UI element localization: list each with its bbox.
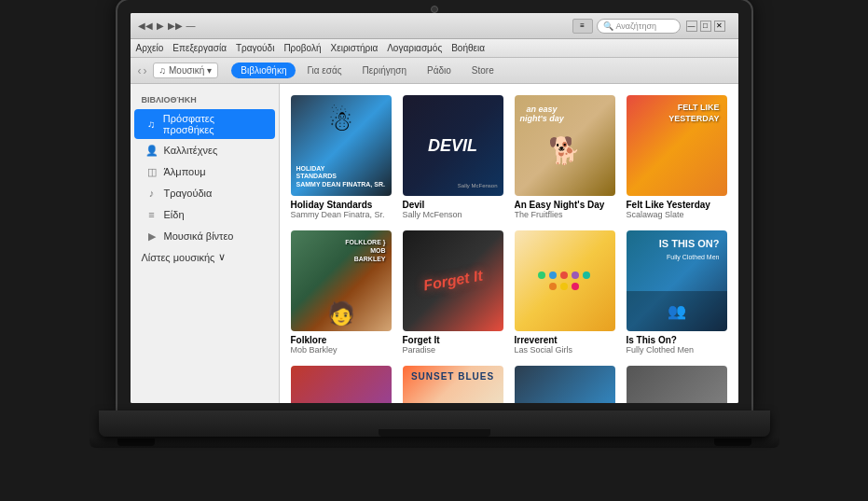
forward-button[interactable]: ▶▶ bbox=[168, 21, 183, 31]
playlists-chevron: ∨ bbox=[218, 251, 226, 263]
album-title-felt: Felt Like Yesterday bbox=[627, 200, 727, 210]
album-artist-forgetit: Paradise bbox=[403, 345, 503, 355]
felt-art: FELT LIKEYESTERDAY bbox=[627, 95, 727, 196]
easynight-art: an easynight's day 🐕 bbox=[515, 95, 615, 196]
laptop-base bbox=[99, 411, 770, 437]
tab-gia-esas[interactable]: Για εσάς bbox=[297, 63, 351, 78]
close-button[interactable]: ✕ bbox=[714, 21, 725, 32]
easynight-art-text: an easynight's day bbox=[520, 104, 564, 123]
sidebar-label-genres: Είδη bbox=[164, 209, 185, 220]
album-item-isthison[interactable]: IS THIS ON?Fully Clothed Men 👥 Is This O… bbox=[627, 230, 727, 355]
search-icon: 🔍 bbox=[603, 21, 613, 31]
album-item-partial3[interactable] bbox=[515, 366, 615, 403]
menu-voitheia[interactable]: Βοήθεια bbox=[451, 43, 485, 53]
devil-art-text: DEVIL bbox=[428, 137, 477, 154]
album-title-isthison: Is This On? bbox=[627, 335, 727, 345]
sidebar-label-artists: Καλλιτέχνες bbox=[164, 145, 218, 156]
menu-provoli[interactable]: Προβολή bbox=[283, 43, 321, 53]
album-title-folklore: Folklore bbox=[291, 335, 392, 345]
grid-view-button[interactable]: ≡ bbox=[572, 19, 593, 34]
partial1-art bbox=[291, 366, 392, 403]
sidebar: Βιβλιοθήκη ♫ Πρόσφατες προσθήκες 👤 Καλλι… bbox=[131, 84, 280, 403]
holiday-art-text: HOLIDAYSTANDARDSSAMMY DEAN FINATRA, SR. bbox=[296, 165, 385, 188]
album-item-forgetit[interactable]: Forget It Forget It Paradise bbox=[403, 230, 503, 355]
tab-radio[interactable]: Ράδιο bbox=[418, 63, 461, 78]
foot-right bbox=[714, 438, 751, 446]
tab-store[interactable]: Store bbox=[462, 63, 503, 78]
itunes-app: ◀◀ ▶ ▶▶ — ≡ 🔍 Αναζήτηση bbox=[131, 13, 738, 403]
isthison-art: IS THIS ON?Fully Clothed Men 👥 bbox=[627, 230, 727, 331]
irreverent-art bbox=[515, 230, 615, 331]
album-item-devil[interactable]: DEVIL Sally McFenson Devil Sally McFenso… bbox=[403, 95, 503, 219]
title-bar: ◀◀ ▶ ▶▶ — ≡ 🔍 Αναζήτηση bbox=[131, 13, 738, 39]
menu-epexergasia[interactable]: Επεξεργασία bbox=[172, 43, 227, 53]
sidebar-item-videos[interactable]: ▶ Μουσικά βίντεο bbox=[134, 226, 275, 246]
sidebar-label-videos: Μουσικά βίντεο bbox=[164, 230, 234, 242]
back-arrow[interactable]: ‹ bbox=[138, 64, 142, 77]
album-item-partial-sunset[interactable]: SUNSET BLUES bbox=[403, 366, 503, 403]
album-artist-folklore: Mob Barkley bbox=[291, 345, 392, 355]
menu-arxeio[interactable]: Αρχείο bbox=[136, 43, 164, 53]
forward-arrow[interactable]: › bbox=[144, 64, 147, 77]
sidebar-section-title: Βιβλιοθήκη bbox=[131, 91, 279, 108]
album-artist-easynight: The Fruitflies bbox=[515, 210, 615, 219]
playback-controls: ◀◀ ▶ ▶▶ — bbox=[138, 21, 207, 31]
sidebar-item-albums[interactable]: ◫ Άλμπουμ bbox=[134, 161, 275, 182]
artists-icon: 👤 bbox=[145, 144, 158, 157]
album-item-felt[interactable]: FELT LIKEYESTERDAY Felt Like Yesterday S… bbox=[627, 95, 727, 219]
isthison-people: 👥 bbox=[627, 291, 727, 331]
menu-logariasmos[interactable]: Λογαριασμός bbox=[387, 43, 442, 53]
maximize-button[interactable]: □ bbox=[700, 21, 711, 32]
rewind-button[interactable]: ◀◀ bbox=[138, 21, 153, 31]
nav-bar: ‹ › ♫ Μουσική ▾ Βιβλιοθήκη Για εσάς Περι… bbox=[131, 58, 738, 84]
album-title-forgetit: Forget It bbox=[403, 335, 503, 345]
album-item-partial4[interactable] bbox=[627, 366, 727, 403]
menu-tragoudi[interactable]: Τραγούδι bbox=[236, 43, 274, 53]
forgetit-art: Forget It bbox=[403, 230, 503, 331]
album-cover-forgetit: Forget It bbox=[403, 230, 503, 331]
dot-4 bbox=[572, 271, 579, 279]
foot-left bbox=[117, 438, 155, 446]
sidebar-item-genres[interactable]: ≡ Είδη bbox=[134, 204, 275, 225]
laptop-feet bbox=[90, 437, 779, 448]
dot-7 bbox=[560, 283, 568, 290]
album-artist-devil: Sally McFenson bbox=[403, 210, 503, 219]
album-item-irreverent[interactable]: Irreverent Las Social Girls bbox=[515, 230, 615, 355]
play-button[interactable]: ▶ bbox=[157, 21, 164, 31]
album-artist-felt: Scalawag Slate bbox=[627, 210, 727, 219]
music-label-text: Μουσική bbox=[169, 65, 204, 76]
tab-bibliotheky[interactable]: Βιβλιοθήκη bbox=[231, 63, 296, 78]
sidebar-label-songs: Τραγούδια bbox=[164, 188, 213, 199]
minimize-button[interactable]: — bbox=[686, 21, 697, 32]
sidebar-item-artists[interactable]: 👤 Καλλιτέχνες bbox=[134, 140, 275, 160]
album-item-holiday[interactable]: HOLIDAYSTANDARDSSAMMY DEAN FINATRA, SR. … bbox=[291, 95, 392, 219]
nav-music-label[interactable]: ♫ Μουσική ▾ bbox=[153, 63, 219, 78]
laptop-screen: ◀◀ ▶ ▶▶ — ≡ 🔍 Αναζήτηση bbox=[117, 0, 751, 411]
devil-art: DEVIL Sally McFenson bbox=[403, 95, 503, 196]
videos-icon: ▶ bbox=[145, 230, 158, 243]
album-item-easynight[interactable]: an easynight's day 🐕 An Easy Night's Day… bbox=[515, 95, 615, 219]
songs-icon: ♪ bbox=[145, 187, 158, 200]
tab-periigisi[interactable]: Περιήγηση bbox=[353, 63, 416, 78]
album-cover-partial3 bbox=[515, 366, 615, 403]
album-item-partial1[interactable] bbox=[291, 366, 392, 403]
isthison-art-text: IS THIS ON?Fully Clothed Men bbox=[659, 238, 720, 262]
sidebar-item-songs[interactable]: ♪ Τραγούδια bbox=[134, 183, 275, 203]
album-item-folklore[interactable]: FOLKLORE }MOBBARKLEY 🧑 Folklore Mob Bark… bbox=[291, 230, 392, 355]
recent-icon: ♫ bbox=[145, 118, 158, 131]
sidebar-item-recent[interactable]: ♫ Πρόσφατες προσθήκες bbox=[134, 109, 275, 139]
menu-xeiristiria[interactable]: Χειριστήρια bbox=[331, 43, 379, 53]
dot-8 bbox=[572, 283, 579, 290]
dot-6 bbox=[549, 283, 557, 290]
title-bar-right: ≡ 🔍 Αναζήτηση bbox=[572, 19, 681, 34]
album-title-holiday: Holiday Standards bbox=[291, 200, 392, 210]
camera bbox=[431, 6, 438, 13]
nav-tabs: Βιβλιοθήκη Για εσάς Περιήγηση Ράδιο Stor… bbox=[231, 63, 503, 78]
laptop-wrapper: ◀◀ ▶ ▶▶ — ≡ 🔍 Αναζήτηση bbox=[80, 0, 789, 501]
search-box[interactable]: 🔍 Αναζήτηση bbox=[597, 19, 681, 34]
music-note-icon: ♫ bbox=[159, 65, 167, 76]
album-cover-devil: DEVIL Sally McFenson bbox=[403, 95, 503, 196]
sidebar-playlists[interactable]: Λίστες μουσικής ∨ bbox=[131, 247, 279, 267]
menu-bar: Αρχείο Επεξεργασία Τραγούδι Προβολή Χειρ… bbox=[131, 39, 738, 58]
dot-3 bbox=[560, 271, 568, 279]
